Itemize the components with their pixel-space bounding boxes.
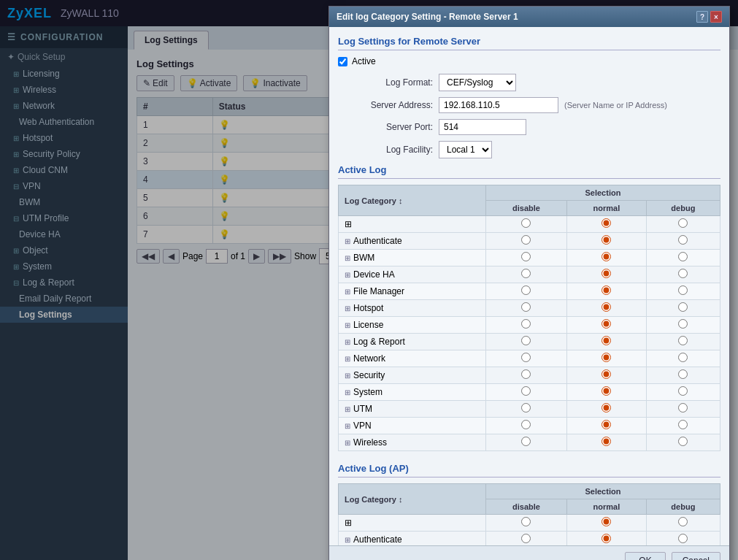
cat-disable-cell [485, 250, 566, 266]
ap-all-disable-cell [485, 515, 566, 532]
cat-debug-radio[interactable] [678, 403, 688, 413]
log-format-select[interactable]: CEF/Syslog VRPT/Syslog Syslog [439, 74, 516, 91]
ap-cat-debug-cell [646, 532, 720, 546]
cat-disable-cell [485, 233, 566, 250]
cat-expand-icon[interactable]: ⊞ [345, 372, 350, 380]
cat-disable-radio[interactable] [521, 386, 531, 396]
ap-all-normal-radio[interactable] [601, 517, 611, 526]
cat-expand-icon[interactable]: ⊞ [345, 439, 350, 447]
modal-overlay: Edit log Category Setting - Remote Serve… [0, 0, 738, 560]
list-item: ⊞ License [339, 317, 720, 334]
cat-debug-cell [646, 266, 720, 283]
all-disable-cell [485, 216, 566, 233]
cat-expand-icon[interactable]: ⊞ [345, 388, 350, 396]
cat-expand-icon[interactable]: ⊞ [345, 405, 350, 413]
cat-disable-radio[interactable] [521, 269, 531, 278]
cat-debug-radio[interactable] [678, 437, 688, 446]
selection-col-header: Selection [485, 185, 720, 201]
active-checkbox[interactable] [338, 57, 347, 66]
cat-name-cell: ⊞ Log & Report [339, 334, 486, 350]
modal-close-button[interactable]: × [710, 11, 722, 23]
ap-disable-col-header: disable [485, 499, 566, 515]
list-item: ⊞ Authenticate [339, 233, 720, 250]
modal-help-button[interactable]: ? [696, 11, 708, 23]
cat-debug-radio[interactable] [678, 235, 688, 245]
cat-debug-radio[interactable] [678, 353, 688, 362]
cat-normal-radio[interactable] [601, 403, 611, 413]
cat-expand-icon[interactable]: ⊞ [345, 338, 350, 346]
modal-footer: OK Cancel [329, 545, 729, 560]
server-section-title: Log Settings for Remote Server [338, 36, 720, 50]
modal-header: Edit log Category Setting - Remote Serve… [329, 7, 729, 27]
cat-normal-radio[interactable] [601, 235, 611, 245]
cat-debug-radio[interactable] [678, 302, 688, 312]
ap-all-disable-radio[interactable] [521, 517, 531, 526]
cat-debug-radio[interactable] [678, 285, 688, 295]
ok-button[interactable]: OK [625, 552, 665, 560]
cat-name: File Manager [353, 286, 404, 296]
list-item: ⊞ VPN [339, 418, 720, 434]
cat-normal-radio[interactable] [601, 269, 611, 278]
cat-expand-icon[interactable]: ⊞ [345, 422, 350, 430]
cat-debug-radio[interactable] [678, 269, 688, 278]
cat-expand-icon[interactable]: ⊞ [345, 288, 350, 296]
cat-normal-radio[interactable] [601, 252, 611, 261]
cat-normal-radio[interactable] [601, 437, 611, 446]
log-facility-select[interactable]: Local 0 Local 1 Local 2 Local 3 Local 4 … [439, 141, 492, 158]
ap-all-debug-radio[interactable] [678, 517, 688, 526]
cat-normal-radio[interactable] [601, 285, 611, 295]
cat-disable-cell [485, 418, 566, 434]
server-port-input[interactable] [439, 119, 526, 135]
cat-debug-radio[interactable] [678, 319, 688, 329]
cat-normal-radio[interactable] [601, 369, 611, 379]
ap-cat-expand-icon[interactable]: ⊞ [345, 536, 350, 544]
cat-expand-icon[interactable]: ⊞ [345, 321, 350, 329]
server-address-input[interactable] [439, 97, 558, 113]
cat-debug-radio[interactable] [678, 420, 688, 429]
cat-expand-icon[interactable]: ⊞ [345, 237, 350, 245]
cat-expand-icon[interactable]: ⊞ [345, 355, 350, 363]
cat-disable-radio[interactable] [521, 252, 531, 261]
cat-disable-radio[interactable] [521, 285, 531, 295]
cat-debug-cell [646, 384, 720, 401]
cat-expand-icon[interactable]: ⊞ [345, 271, 350, 279]
cat-disable-radio[interactable] [521, 235, 531, 245]
cat-disable-cell [485, 334, 566, 350]
cat-debug-radio[interactable] [678, 369, 688, 379]
cat-disable-radio[interactable] [521, 353, 531, 362]
cat-normal-radio[interactable] [601, 319, 611, 329]
cat-disable-radio[interactable] [521, 302, 531, 312]
ap-cat-normal-radio[interactable] [601, 534, 611, 543]
ap-cat-debug-radio[interactable] [678, 534, 688, 543]
active-log-table: Log Category ↕ Selection disable normal … [338, 185, 720, 451]
cat-disable-cell [485, 401, 566, 418]
cat-disable-radio[interactable] [521, 336, 531, 345]
cat-name-cell: ⊞ Security [339, 367, 486, 384]
cat-normal-radio[interactable] [601, 353, 611, 362]
log-format-label: Log Format: [338, 77, 433, 88]
all-disable-radio[interactable] [521, 218, 531, 228]
cat-disable-radio[interactable] [521, 319, 531, 329]
ap-cat-disable-radio[interactable] [521, 534, 531, 543]
log-format-row: Log Format: CEF/Syslog VRPT/Syslog Syslo… [338, 74, 720, 91]
all-debug-radio[interactable] [678, 218, 688, 228]
cat-normal-radio[interactable] [601, 336, 611, 345]
cat-name-cell: ⊞ Authenticate [339, 233, 486, 250]
cat-debug-cell [646, 283, 720, 300]
cat-disable-radio[interactable] [521, 369, 531, 379]
all-normal-radio[interactable] [601, 218, 611, 228]
cat-debug-radio[interactable] [678, 252, 688, 261]
cat-debug-radio[interactable] [678, 336, 688, 345]
cat-normal-radio[interactable] [601, 420, 611, 429]
cat-disable-radio[interactable] [521, 403, 531, 413]
cat-normal-radio[interactable] [601, 302, 611, 312]
cat-normal-radio[interactable] [601, 386, 611, 396]
cat-disable-radio[interactable] [521, 420, 531, 429]
cat-expand-icon[interactable]: ⊞ [345, 254, 350, 262]
cat-name: UTM [353, 404, 372, 414]
cancel-button[interactable]: Cancel [672, 552, 720, 560]
cat-disable-radio[interactable] [521, 437, 531, 446]
active-checkbox-row: Active [338, 56, 720, 66]
cat-expand-icon[interactable]: ⊞ [345, 304, 350, 312]
cat-debug-radio[interactable] [678, 386, 688, 396]
